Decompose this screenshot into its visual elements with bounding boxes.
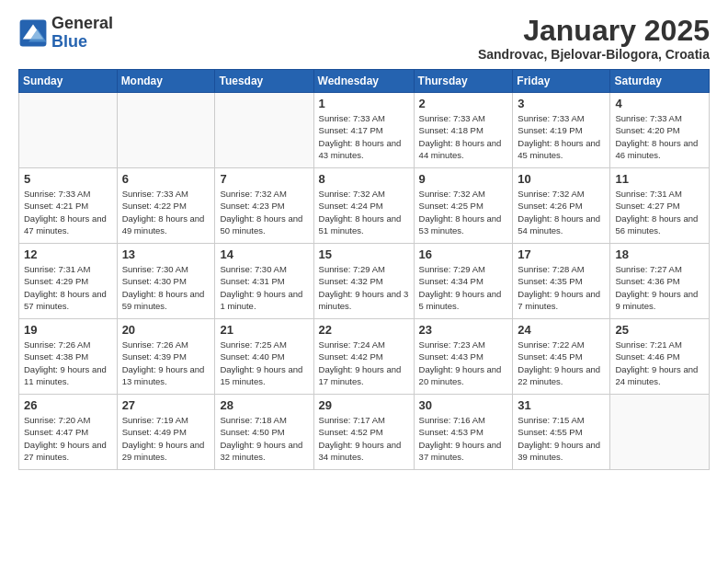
- day-info: Sunrise: 7:19 AM Sunset: 4:49 PM Dayligh…: [122, 414, 210, 463]
- calendar-cell: 15Sunrise: 7:29 AM Sunset: 4:32 PM Dayli…: [313, 244, 414, 319]
- calendar: SundayMondayTuesdayWednesdayThursdayFrid…: [18, 69, 710, 470]
- day-number: 11: [615, 172, 704, 186]
- day-info: Sunrise: 7:29 AM Sunset: 4:34 PM Dayligh…: [419, 263, 508, 312]
- day-number: 13: [122, 247, 210, 261]
- day-number: 1: [319, 97, 409, 110]
- calendar-cell: 18Sunrise: 7:27 AM Sunset: 4:36 PM Dayli…: [610, 244, 710, 319]
- calendar-cell: 12Sunrise: 7:31 AM Sunset: 4:29 PM Dayli…: [19, 244, 118, 319]
- day-number: 30: [419, 398, 508, 412]
- calendar-cell: 21Sunrise: 7:25 AM Sunset: 4:40 PM Dayli…: [215, 319, 313, 395]
- day-info: Sunrise: 7:31 AM Sunset: 4:29 PM Dayligh…: [24, 263, 112, 312]
- weekday-header-wednesday: Wednesday: [313, 70, 414, 93]
- day-info: Sunrise: 7:20 AM Sunset: 4:47 PM Dayligh…: [24, 414, 112, 463]
- calendar-cell: 6Sunrise: 7:33 AM Sunset: 4:22 PM Daylig…: [117, 168, 215, 244]
- calendar-cell: 24Sunrise: 7:22 AM Sunset: 4:45 PM Dayli…: [513, 319, 610, 395]
- day-number: 25: [615, 323, 704, 337]
- calendar-cell: 31Sunrise: 7:15 AM Sunset: 4:55 PM Dayli…: [513, 395, 610, 470]
- day-number: 3: [518, 97, 605, 110]
- day-info: Sunrise: 7:31 AM Sunset: 4:27 PM Dayligh…: [615, 188, 704, 236]
- calendar-cell: 27Sunrise: 7:19 AM Sunset: 4:49 PM Dayli…: [117, 395, 215, 470]
- day-info: Sunrise: 7:15 AM Sunset: 4:55 PM Dayligh…: [518, 414, 605, 463]
- day-info: Sunrise: 7:30 AM Sunset: 4:31 PM Dayligh…: [220, 263, 308, 312]
- day-number: 2: [419, 97, 508, 110]
- day-info: Sunrise: 7:23 AM Sunset: 4:43 PM Dayligh…: [419, 339, 508, 387]
- day-info: Sunrise: 7:28 AM Sunset: 4:35 PM Dayligh…: [518, 263, 605, 312]
- calendar-cell: 22Sunrise: 7:24 AM Sunset: 4:42 PM Dayli…: [313, 319, 414, 395]
- calendar-cell: 30Sunrise: 7:16 AM Sunset: 4:53 PM Dayli…: [414, 395, 513, 470]
- subtitle: Sandrovac, Bjelovar-Bilogora, Croatia: [478, 47, 710, 62]
- day-info: Sunrise: 7:24 AM Sunset: 4:42 PM Dayligh…: [319, 339, 409, 387]
- day-info: Sunrise: 7:26 AM Sunset: 4:38 PM Dayligh…: [24, 339, 112, 387]
- day-info: Sunrise: 7:21 AM Sunset: 4:46 PM Dayligh…: [615, 339, 704, 387]
- day-info: Sunrise: 7:33 AM Sunset: 4:19 PM Dayligh…: [518, 112, 605, 161]
- calendar-cell: 17Sunrise: 7:28 AM Sunset: 4:35 PM Dayli…: [513, 244, 610, 319]
- day-number: 8: [319, 172, 409, 186]
- calendar-cell: 13Sunrise: 7:30 AM Sunset: 4:30 PM Dayli…: [117, 244, 215, 319]
- day-info: Sunrise: 7:32 AM Sunset: 4:24 PM Dayligh…: [319, 188, 409, 236]
- calendar-cell: 19Sunrise: 7:26 AM Sunset: 4:38 PM Dayli…: [19, 319, 118, 395]
- logo-icon: [18, 18, 48, 48]
- day-info: Sunrise: 7:17 AM Sunset: 4:52 PM Dayligh…: [319, 414, 409, 463]
- day-number: 7: [220, 172, 308, 186]
- weekday-header-sunday: Sunday: [19, 70, 118, 93]
- day-info: Sunrise: 7:33 AM Sunset: 4:17 PM Dayligh…: [319, 112, 409, 161]
- day-info: Sunrise: 7:32 AM Sunset: 4:26 PM Dayligh…: [518, 188, 605, 236]
- calendar-cell: [215, 93, 313, 168]
- calendar-cell: 23Sunrise: 7:23 AM Sunset: 4:43 PM Dayli…: [414, 319, 513, 395]
- day-number: 4: [615, 97, 704, 110]
- day-number: 19: [24, 323, 112, 337]
- calendar-cell: 26Sunrise: 7:20 AM Sunset: 4:47 PM Dayli…: [19, 395, 118, 470]
- day-info: Sunrise: 7:33 AM Sunset: 4:22 PM Dayligh…: [122, 188, 210, 236]
- day-number: 24: [518, 323, 605, 337]
- day-number: 23: [419, 323, 508, 337]
- calendar-cell: 16Sunrise: 7:29 AM Sunset: 4:34 PM Dayli…: [414, 244, 513, 319]
- day-info: Sunrise: 7:33 AM Sunset: 4:18 PM Dayligh…: [419, 112, 508, 161]
- calendar-cell: 29Sunrise: 7:17 AM Sunset: 4:52 PM Dayli…: [313, 395, 414, 470]
- day-info: Sunrise: 7:33 AM Sunset: 4:21 PM Dayligh…: [24, 188, 112, 236]
- calendar-cell: 11Sunrise: 7:31 AM Sunset: 4:27 PM Dayli…: [610, 168, 710, 244]
- calendar-cell: [610, 395, 710, 470]
- calendar-cell: 28Sunrise: 7:18 AM Sunset: 4:50 PM Dayli…: [215, 395, 313, 470]
- day-number: 12: [24, 247, 112, 261]
- day-number: 17: [518, 247, 605, 261]
- day-number: 10: [518, 172, 605, 186]
- day-info: Sunrise: 7:22 AM Sunset: 4:45 PM Dayligh…: [518, 339, 605, 387]
- day-info: Sunrise: 7:32 AM Sunset: 4:25 PM Dayligh…: [419, 188, 508, 236]
- calendar-cell: 10Sunrise: 7:32 AM Sunset: 4:26 PM Dayli…: [513, 168, 610, 244]
- day-info: Sunrise: 7:26 AM Sunset: 4:39 PM Dayligh…: [122, 339, 210, 387]
- day-number: 16: [419, 247, 508, 261]
- day-info: Sunrise: 7:30 AM Sunset: 4:30 PM Dayligh…: [122, 263, 210, 312]
- calendar-cell: 25Sunrise: 7:21 AM Sunset: 4:46 PM Dayli…: [610, 319, 710, 395]
- calendar-cell: 7Sunrise: 7:32 AM Sunset: 4:23 PM Daylig…: [215, 168, 313, 244]
- logo: General Blue: [18, 15, 113, 52]
- day-number: 20: [122, 323, 210, 337]
- day-number: 6: [122, 172, 210, 186]
- day-info: Sunrise: 7:25 AM Sunset: 4:40 PM Dayligh…: [220, 339, 308, 387]
- calendar-cell: 3Sunrise: 7:33 AM Sunset: 4:19 PM Daylig…: [513, 93, 610, 168]
- weekday-header-row: SundayMondayTuesdayWednesdayThursdayFrid…: [19, 70, 710, 93]
- day-number: 29: [319, 398, 409, 412]
- calendar-cell: 8Sunrise: 7:32 AM Sunset: 4:24 PM Daylig…: [313, 168, 414, 244]
- weekday-header-tuesday: Tuesday: [215, 70, 313, 93]
- calendar-cell: 4Sunrise: 7:33 AM Sunset: 4:20 PM Daylig…: [610, 93, 710, 168]
- week-row-1: 1Sunrise: 7:33 AM Sunset: 4:17 PM Daylig…: [19, 93, 710, 168]
- month-title: January 2025: [478, 15, 710, 47]
- day-info: Sunrise: 7:27 AM Sunset: 4:36 PM Dayligh…: [615, 263, 704, 312]
- header: General Blue January 2025 Sandrovac, Bje…: [18, 15, 710, 62]
- calendar-cell: 9Sunrise: 7:32 AM Sunset: 4:25 PM Daylig…: [414, 168, 513, 244]
- calendar-cell: [19, 93, 118, 168]
- day-number: 21: [220, 323, 308, 337]
- day-info: Sunrise: 7:16 AM Sunset: 4:53 PM Dayligh…: [419, 414, 508, 463]
- calendar-cell: 14Sunrise: 7:30 AM Sunset: 4:31 PM Dayli…: [215, 244, 313, 319]
- week-row-5: 26Sunrise: 7:20 AM Sunset: 4:47 PM Dayli…: [19, 395, 710, 470]
- day-number: 27: [122, 398, 210, 412]
- day-number: 26: [24, 398, 112, 412]
- week-row-2: 5Sunrise: 7:33 AM Sunset: 4:21 PM Daylig…: [19, 168, 710, 244]
- logo-text: General Blue: [51, 15, 113, 52]
- calendar-cell: 20Sunrise: 7:26 AM Sunset: 4:39 PM Dayli…: [117, 319, 215, 395]
- day-number: 22: [319, 323, 409, 337]
- logo-blue: Blue: [51, 33, 113, 52]
- calendar-cell: 5Sunrise: 7:33 AM Sunset: 4:21 PM Daylig…: [19, 168, 118, 244]
- page: General Blue January 2025 Sandrovac, Bje…: [0, 0, 728, 563]
- day-info: Sunrise: 7:32 AM Sunset: 4:23 PM Dayligh…: [220, 188, 308, 236]
